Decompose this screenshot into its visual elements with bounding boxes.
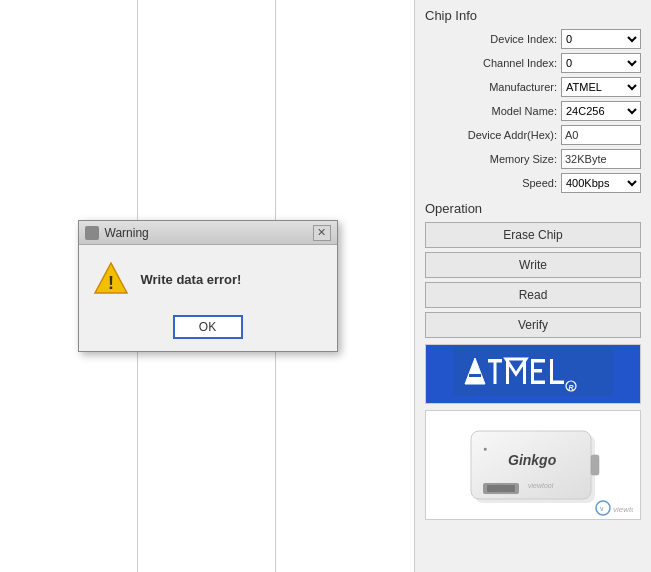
svg-text:●: ● — [483, 445, 487, 452]
svg-text:Ginkgo: Ginkgo — [508, 452, 557, 468]
svg-rect-24 — [591, 455, 599, 475]
speed-row: Speed: 400Kbps 100Kbps — [425, 173, 641, 193]
device-addr-label: Device Addr(Hex): — [468, 129, 557, 141]
device-logo-area: Ginkgo ● viewtool v viewtool — [425, 410, 641, 520]
chip-info-title: Chip Info — [425, 8, 641, 23]
memory-size-label: Memory Size: — [490, 153, 557, 165]
manufacturer-select[interactable]: ATMEL ST NXP — [561, 77, 641, 97]
model-name-row: Model Name: 24C256 24C128 24C64 — [425, 101, 641, 121]
ok-button[interactable]: OK — [173, 315, 243, 339]
chip-info-section: Chip Info Device Index: 0 1 2 Channel In… — [425, 8, 641, 193]
memory-size-value: 32KByte — [561, 149, 641, 169]
atmel-logo-area: R — [425, 344, 641, 404]
verify-button[interactable]: Verify — [425, 312, 641, 338]
atmel-logo: R — [426, 345, 640, 403]
device-addr-input[interactable] — [561, 125, 641, 145]
warning-dialog: Warning ✕ ! Write data error! OK — [78, 220, 338, 352]
channel-index-select[interactable]: 0 1 — [561, 53, 641, 73]
dialog-titlebar: Warning ✕ — [79, 221, 337, 245]
device-index-label: Device Index: — [490, 33, 557, 45]
svg-rect-9 — [523, 359, 526, 384]
device-addr-row: Device Addr(Hex): — [425, 125, 641, 145]
svg-rect-12 — [531, 369, 542, 373]
read-button[interactable]: Read — [425, 282, 641, 308]
svg-text:!: ! — [108, 273, 114, 293]
dialog-message: Write data error! — [141, 272, 242, 287]
model-name-label: Model Name: — [492, 105, 557, 117]
write-button[interactable]: Write — [425, 252, 641, 278]
manufacturer-label: Manufacturer: — [489, 81, 557, 93]
svg-rect-11 — [531, 359, 545, 363]
main-layout: Warning ✕ ! Write data error! OK — [0, 0, 651, 572]
dialog-title-text: Warning — [105, 226, 149, 240]
dialog-overlay: Warning ✕ ! Write data error! OK — [0, 0, 415, 572]
right-panel: Chip Info Device Index: 0 1 2 Channel In… — [415, 0, 651, 572]
operation-title: Operation — [425, 201, 641, 216]
device-index-row: Device Index: 0 1 2 — [425, 29, 641, 49]
atmel-logo-text: R — [453, 346, 613, 403]
svg-rect-14 — [550, 359, 553, 384]
device-index-select[interactable]: 0 1 2 — [561, 29, 641, 49]
speed-label: Speed: — [522, 177, 557, 189]
erase-chip-button[interactable]: Erase Chip — [425, 222, 641, 248]
dialog-close-button[interactable]: ✕ — [313, 225, 331, 241]
svg-text:viewtool: viewtool — [528, 482, 554, 489]
model-name-select[interactable]: 24C256 24C128 24C64 — [561, 101, 641, 121]
svg-text:R: R — [569, 383, 576, 390]
memory-size-row: Memory Size: 32KByte — [425, 149, 641, 169]
svg-rect-23 — [487, 485, 515, 492]
manufacturer-row: Manufacturer: ATMEL ST NXP — [425, 77, 641, 97]
warning-dialog-icon — [85, 226, 99, 240]
channel-index-label: Channel Index: — [483, 57, 557, 69]
dialog-footer: OK — [79, 309, 337, 351]
device-svg: Ginkgo ● viewtool v viewtool — [433, 413, 633, 518]
channel-index-row: Channel Index: 0 1 — [425, 53, 641, 73]
left-panel: Warning ✕ ! Write data error! OK — [0, 0, 415, 572]
svg-rect-6 — [494, 359, 497, 384]
svg-rect-15 — [550, 380, 564, 384]
dialog-title-left: Warning — [85, 226, 149, 240]
operation-section: Operation Erase Chip Write Read Verify — [425, 201, 641, 338]
warning-triangle-icon: ! — [93, 261, 129, 297]
speed-select[interactable]: 400Kbps 100Kbps — [561, 173, 641, 193]
svg-text:viewtool: viewtool — [613, 505, 633, 514]
dialog-body: ! Write data error! — [79, 245, 337, 309]
svg-rect-13 — [531, 380, 545, 384]
svg-rect-4 — [469, 374, 481, 377]
svg-text:v: v — [600, 505, 604, 512]
